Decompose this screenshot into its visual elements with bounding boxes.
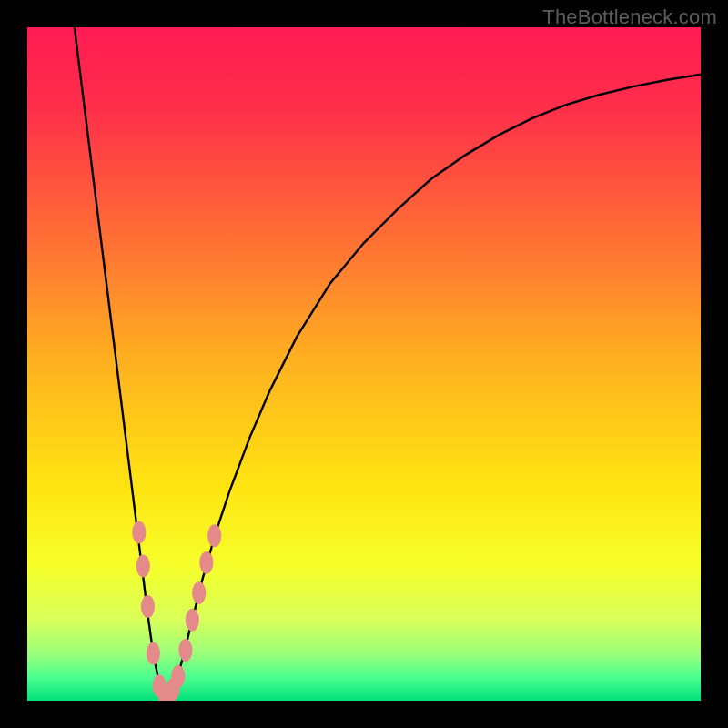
data-dot bbox=[141, 595, 155, 618]
chart-frame: TheBottleneck.com bbox=[0, 0, 728, 728]
bottleneck-curve bbox=[75, 27, 701, 699]
data-dot bbox=[178, 639, 192, 662]
data-dot bbox=[199, 551, 213, 574]
plot-area bbox=[27, 27, 701, 701]
data-dot bbox=[207, 524, 221, 547]
data-dot bbox=[136, 555, 150, 578]
watermark-text: TheBottleneck.com bbox=[542, 5, 717, 29]
curve-layer bbox=[27, 27, 701, 701]
data-dot bbox=[147, 642, 160, 665]
data-dot bbox=[186, 609, 199, 632]
data-dot bbox=[171, 665, 185, 688]
data-dots-group bbox=[132, 521, 221, 701]
data-dot bbox=[192, 581, 206, 604]
data-dot bbox=[132, 521, 146, 544]
